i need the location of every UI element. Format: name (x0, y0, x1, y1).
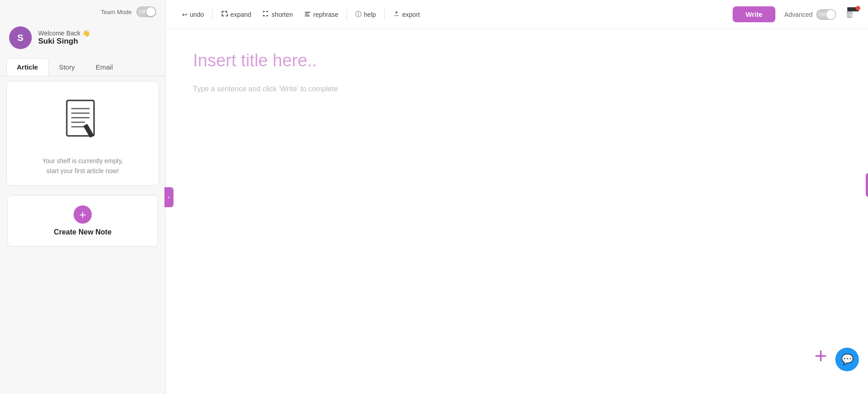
plus-circle-icon: + (74, 205, 92, 224)
advanced-toggle-off-label: Off (818, 12, 825, 17)
create-note-area[interactable]: + Create New Note (7, 195, 158, 247)
toolbar-separator-2 (347, 9, 347, 20)
chat-button[interactable]: 💬 (835, 348, 859, 371)
user-info: Welcome Back 👋 Suki Singh (38, 30, 90, 46)
create-note-label: Create New Note (54, 228, 111, 236)
write-button[interactable]: Write (733, 6, 775, 22)
tab-article[interactable]: Article (6, 58, 49, 76)
advanced-label: Advanced (784, 11, 813, 18)
rephrase-label: rephrase (313, 11, 338, 18)
shorten-label: shorten (272, 11, 293, 18)
toolbar-separator-3 (384, 9, 385, 20)
team-mode-toggle[interactable]: Off (136, 6, 156, 17)
export-label: export (402, 11, 420, 18)
rephrase-icon (304, 10, 311, 19)
undo-icon: ↩ (182, 11, 188, 18)
undo-label: undo (190, 11, 204, 18)
avatar: S (9, 26, 32, 49)
main-content: ↩ undo expand shorten rephrase ⓘ help (166, 0, 868, 394)
undo-button[interactable]: ↩ undo (177, 7, 209, 22)
notification-dot (856, 6, 860, 10)
expand-icon (221, 10, 228, 19)
expand-button[interactable]: expand (215, 6, 257, 22)
editor-area: Insert title here.. Type a sentence and … (166, 29, 868, 394)
sidebar-collapse-button[interactable]: ‹ (164, 187, 174, 207)
user-area: S Welcome Back 👋 Suki Singh (0, 22, 165, 58)
welcome-text: Welcome Back 👋 (38, 30, 90, 37)
team-mode-label: Team Mode (101, 9, 132, 15)
title-input[interactable]: Insert title here.. (193, 51, 841, 70)
writely-chat-tab[interactable]: WritelyCHAT (865, 173, 868, 197)
document-icon (64, 100, 101, 140)
help-label: help (364, 11, 376, 18)
tabs: Article Story Email (0, 58, 165, 76)
expand-label: expand (230, 11, 251, 18)
advanced-toggle[interactable]: Off (816, 9, 836, 20)
tab-email[interactable]: Email (85, 58, 124, 76)
svg-rect-11 (305, 12, 310, 13)
shorten-button[interactable]: shorten (257, 6, 298, 22)
hamburger-menu[interactable] (847, 7, 859, 11)
export-icon (393, 10, 400, 19)
svg-rect-13 (305, 15, 310, 16)
user-name: Suki Singh (38, 37, 90, 46)
svg-rect-12 (305, 14, 309, 15)
team-mode-bar: Team Mode Off (0, 0, 165, 22)
empty-message: Your shelf is currently empty,start your… (42, 156, 123, 176)
sidebar: Team Mode Off S Welcome Back 👋 Suki Sing… (0, 0, 166, 394)
team-mode-toggle-off-label: Off (139, 9, 145, 15)
help-icon: ⓘ (355, 10, 362, 19)
export-button[interactable]: export (387, 6, 426, 22)
fab-plus-button[interactable]: + (814, 345, 827, 367)
tab-story[interactable]: Story (49, 58, 85, 76)
advanced-toggle-knob (826, 10, 835, 19)
team-mode-toggle-knob (146, 7, 155, 16)
shorten-icon (262, 10, 269, 19)
toolbar-separator-1 (212, 9, 213, 20)
shelf-card: Your shelf is currently empty,start your… (6, 81, 159, 186)
chat-icon: 💬 (841, 354, 853, 365)
body-input[interactable]: Type a sentence and click 'Write' to com… (193, 85, 841, 93)
help-button[interactable]: ⓘ help (350, 7, 381, 22)
rephrase-button[interactable]: rephrase (298, 6, 344, 22)
toolbar: ↩ undo expand shorten rephrase ⓘ help (166, 0, 868, 29)
